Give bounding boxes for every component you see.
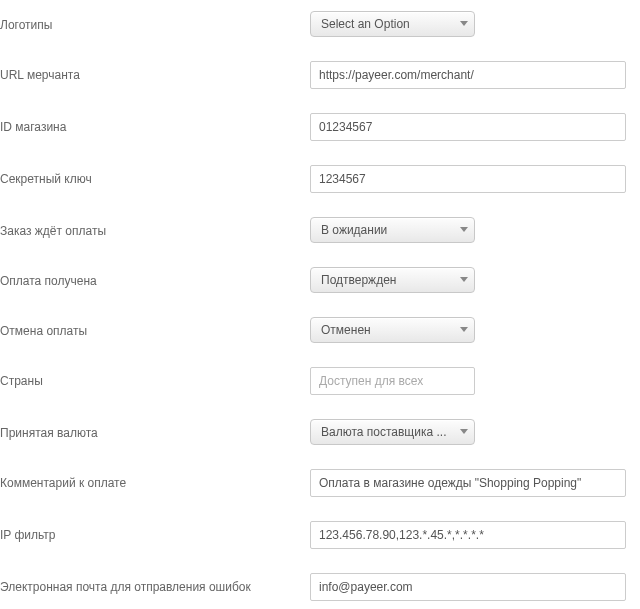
row-paid-status: Оплата получена Подтвержден (0, 260, 640, 300)
logos-select[interactable]: Select an Option (310, 11, 475, 37)
label-logos: Логотипы (0, 11, 310, 34)
paid-status-select[interactable]: Подтвержден (310, 267, 475, 293)
row-merchant-url: URL мерчанта (0, 54, 640, 96)
error-email-input[interactable] (310, 573, 626, 601)
row-error-email: Электронная почта для отправления ошибок (0, 566, 640, 608)
label-pending-status: Заказ ждёт оплаты (0, 217, 310, 240)
paid-status-value: Подтвержден (321, 273, 396, 287)
merchant-url-input[interactable] (310, 61, 626, 89)
label-ip-filter: IP фильтр (0, 521, 310, 544)
secret-key-input[interactable] (310, 165, 626, 193)
countries-input[interactable] (310, 367, 475, 395)
row-secret-key: Секретный ключ (0, 158, 640, 200)
chevron-down-icon (460, 21, 468, 27)
label-secret-key: Секретный ключ (0, 165, 310, 188)
chevron-down-icon (460, 327, 468, 333)
row-countries: Страны (0, 360, 640, 402)
chevron-down-icon (460, 227, 468, 233)
logos-select-value: Select an Option (321, 17, 410, 31)
label-countries: Страны (0, 367, 310, 390)
cancelled-status-select[interactable]: Отменен (310, 317, 475, 343)
row-ip-filter: IP фильтр (0, 514, 640, 556)
label-currency: Принятая валюта (0, 419, 310, 442)
label-cancelled-status: Отмена оплаты (0, 317, 310, 340)
label-shop-id: ID магазина (0, 113, 310, 136)
comment-input[interactable] (310, 469, 626, 497)
row-logos: Логотипы Select an Option (0, 4, 640, 44)
settings-form: Логотипы Select an Option URL мерчанта I… (0, 0, 640, 609)
row-pending-status: Заказ ждёт оплаты В ожидании (0, 210, 640, 250)
currency-select[interactable]: Валюта поставщика ... (310, 419, 475, 445)
cancelled-status-value: Отменен (321, 323, 371, 337)
shop-id-input[interactable] (310, 113, 626, 141)
row-shop-id: ID магазина (0, 106, 640, 148)
chevron-down-icon (460, 429, 468, 435)
label-paid-status: Оплата получена (0, 267, 310, 290)
pending-status-select[interactable]: В ожидании (310, 217, 475, 243)
row-comment: Комментарий к оплате (0, 462, 640, 504)
label-merchant-url: URL мерчанта (0, 61, 310, 84)
chevron-down-icon (460, 277, 468, 283)
row-cancelled-status: Отмена оплаты Отменен (0, 310, 640, 350)
label-error-email: Электронная почта для отправления ошибок (0, 573, 310, 596)
row-currency: Принятая валюта Валюта поставщика ... (0, 412, 640, 452)
currency-select-value: Валюта поставщика ... (321, 425, 446, 439)
label-comment: Комментарий к оплате (0, 469, 310, 492)
pending-status-value: В ожидании (321, 223, 387, 237)
ip-filter-input[interactable] (310, 521, 626, 549)
